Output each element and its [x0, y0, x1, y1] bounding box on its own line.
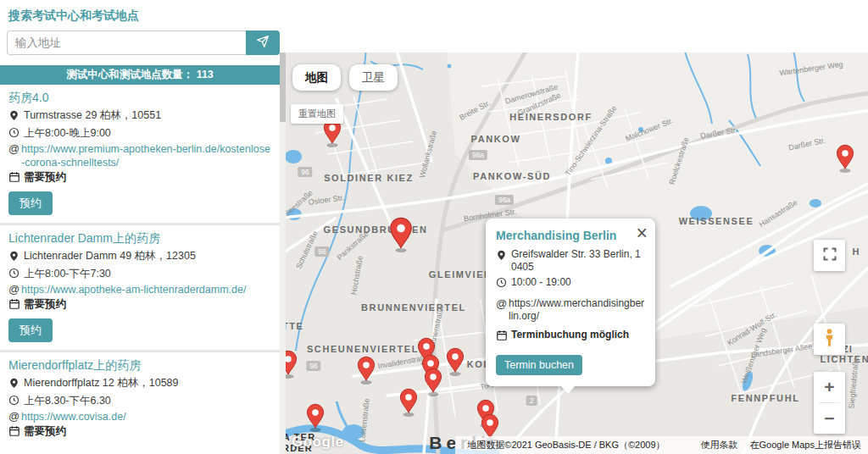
map-marker[interactable]	[836, 144, 854, 171]
map-marker[interactable]	[306, 403, 325, 430]
map-data-attribution: 地图数据©2021 GeoBasis-DE / BKG（©2009）	[467, 439, 665, 451]
map-marker[interactable]	[357, 356, 376, 383]
book-appointment-button[interactable]: Termin buchen	[496, 355, 582, 375]
fullscreen-icon	[822, 246, 837, 264]
pegman-icon	[824, 328, 835, 351]
info-website-link[interactable]: https://www.merchandisingberlin.org/	[509, 297, 645, 323]
map-canvas[interactable]: SOLDINER KIEZPANKOWPANKOW-SÜDHEINERSDORF…	[286, 53, 868, 454]
fullscreen-button[interactable]	[814, 240, 845, 271]
website-row: @ https://www.premium-apotheken-berlin.d…	[8, 142, 271, 169]
clock-icon	[496, 277, 509, 291]
info-hours-row: 10:00 - 19:00	[496, 276, 645, 291]
address-row: Lichtenrader Damm 49 柏林，12305	[8, 249, 271, 266]
at-icon: @	[8, 283, 21, 296]
close-icon[interactable]: ×	[637, 222, 648, 244]
covid-test-center-finder: 搜索考试中心和考试地点 测试中心和测试地点数量： 113 药房4.0 Turms…	[0, 0, 868, 454]
map-marker[interactable]	[389, 217, 413, 251]
info-window: Merchandising Berlin × Greifswalder Str.…	[486, 219, 655, 386]
at-icon: @	[496, 297, 509, 310]
book-button[interactable]: 预约	[8, 191, 53, 215]
result-count-bar: 测试中心和测试地点数量： 113	[0, 65, 280, 85]
send-button[interactable]	[246, 30, 280, 55]
clock-icon	[8, 395, 21, 409]
zoom-in-button[interactable]: +	[814, 372, 845, 402]
calendar-icon	[8, 425, 21, 440]
google-logo[interactable]: Google	[292, 434, 344, 451]
sidebar-scrollbar[interactable]	[280, 53, 286, 454]
website-link[interactable]: https://www.covisa.de/	[21, 410, 126, 424]
calendar-icon	[8, 171, 21, 186]
sidebar: 搜索考试中心和考试地点 测试中心和测试地点数量： 113 药房4.0 Turms…	[0, 0, 280, 454]
test-center-card: Mierendorffplatz上的药房 Mierendorffplatz 12…	[0, 352, 280, 441]
info-address-row: Greifswalder Str. 33 Berlin, 10405	[496, 248, 645, 274]
info-window-title: Merchandising Berlin	[496, 229, 626, 242]
scrollbar-thumb[interactable]	[280, 53, 286, 122]
search-title: 搜索考试中心和考试地点	[8, 8, 280, 24]
send-icon	[256, 35, 270, 51]
location-pin-icon	[8, 250, 21, 266]
map-type-map-button[interactable]: 地图	[292, 64, 341, 91]
info-window-tail	[560, 385, 576, 394]
calendar-icon	[496, 329, 509, 345]
hours-row: 上午8:00-晚上9:00	[8, 126, 271, 141]
hours-row: 上午8:00-下午7:30	[8, 267, 271, 282]
map-marker[interactable]	[286, 350, 298, 377]
info-url-row: @ https://www.merchandisingberlin.org/	[496, 297, 645, 323]
map-marker[interactable]	[446, 347, 465, 374]
hours-row: 上午8.30-下午6.30	[8, 394, 271, 409]
booking-row: 需要预约	[8, 170, 271, 186]
address-row: Mierendorffplatz 12 柏林，10589	[8, 376, 271, 393]
map-attribution: 地图数据©2021 GeoBasis-DE / BKG（©2009） 使用条款 …	[455, 436, 868, 454]
search-bar	[7, 30, 280, 55]
test-center-name[interactable]: Lichtenrader Damm上的药房	[8, 231, 271, 245]
booking-row: 需要预约	[8, 424, 271, 440]
website-link[interactable]: https://www.apotheke-am-lichtenraderdamm…	[21, 283, 246, 296]
address-input[interactable]	[7, 30, 246, 55]
location-pin-icon	[496, 249, 509, 265]
booking-row: 需要预约	[8, 297, 271, 313]
website-row: @ https://www.covisa.de/	[8, 410, 271, 424]
website-link[interactable]: https://www.premium-apotheken-berlin.de/…	[21, 142, 271, 169]
at-icon: @	[8, 142, 21, 156]
map-type-satellite-button[interactable]: 卫星	[349, 64, 398, 91]
report-error-link[interactable]: 在Google Maps上报告错误	[750, 439, 861, 451]
test-center-card: 药房4.0 Turmstrasse 29 柏林，10551 上午8:00-晚上9…	[0, 85, 280, 225]
map-marker[interactable]	[399, 388, 418, 415]
test-center-card: Lichtenrader Damm上的药房 Lichtenrader Damm …	[0, 225, 280, 352]
location-pin-icon	[8, 377, 21, 393]
info-booking-row: Terminbuchung möglich	[496, 329, 645, 345]
website-row: @ https://www.apotheke-am-lichtenraderda…	[8, 283, 271, 296]
location-pin-icon	[8, 109, 21, 125]
test-center-name[interactable]: Mierendorffplatz上的药房	[8, 358, 271, 372]
test-center-list[interactable]: 药房4.0 Turmstrasse 29 柏林，10551 上午8:00-晚上9…	[0, 85, 280, 441]
test-center-name[interactable]: 药房4.0	[8, 91, 271, 104]
map-type-control: 地图 卫星	[292, 64, 398, 91]
reset-map-button[interactable]: 重置地图	[291, 104, 343, 124]
address-row: Turmstrasse 29 柏林，10551	[8, 108, 271, 125]
book-button[interactable]: 预约	[8, 318, 53, 342]
map-marker[interactable]	[424, 368, 442, 395]
at-icon: @	[8, 410, 21, 424]
calendar-icon	[8, 298, 21, 313]
terms-link[interactable]: 使用条款	[701, 439, 738, 451]
zoom-out-button[interactable]: −	[814, 403, 845, 434]
street-view-pegman-button[interactable]	[814, 324, 845, 355]
clock-icon	[8, 268, 21, 282]
clock-icon	[8, 127, 21, 141]
zoom-control: + −	[814, 372, 845, 434]
